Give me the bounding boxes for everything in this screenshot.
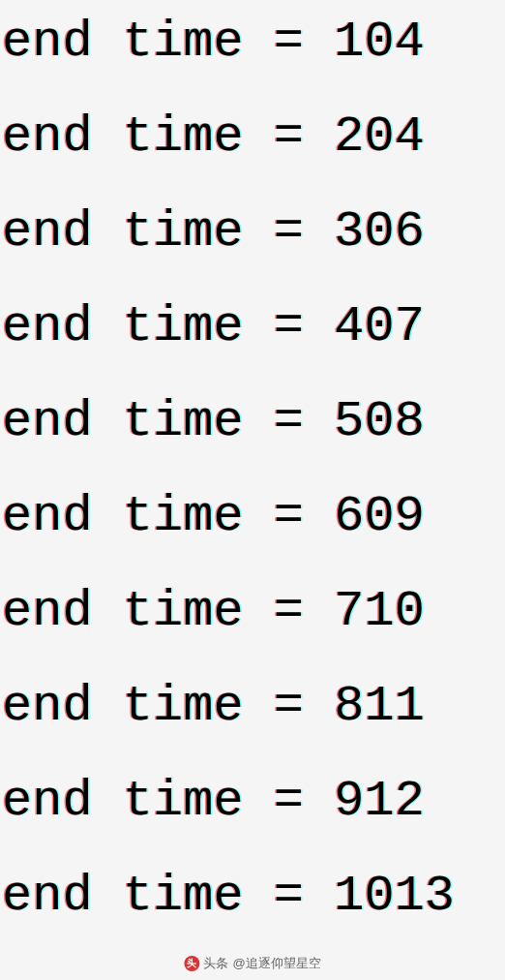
output-line: end time = 204: [2, 112, 503, 163]
platform-icon: 头: [184, 956, 199, 971]
output-line: end time = 912: [2, 777, 503, 827]
output-line: end time = 508: [2, 397, 503, 447]
output-line: end time = 407: [2, 302, 503, 352]
output-line: end time = 609: [2, 492, 503, 542]
output-line: end time = 710: [2, 587, 503, 637]
output-line: end time = 306: [2, 207, 503, 258]
platform-label: 头条: [203, 955, 228, 972]
output-line: end time = 1013: [2, 872, 503, 922]
console-output: end time = 104 end time = 204 end time =…: [0, 0, 505, 980]
footer-attribution: 头 头条 @追逐仰望星空: [184, 955, 320, 972]
output-line: end time = 104: [2, 17, 503, 68]
output-line: end time = 811: [2, 682, 503, 732]
author-label: @追逐仰望星空: [232, 955, 320, 972]
